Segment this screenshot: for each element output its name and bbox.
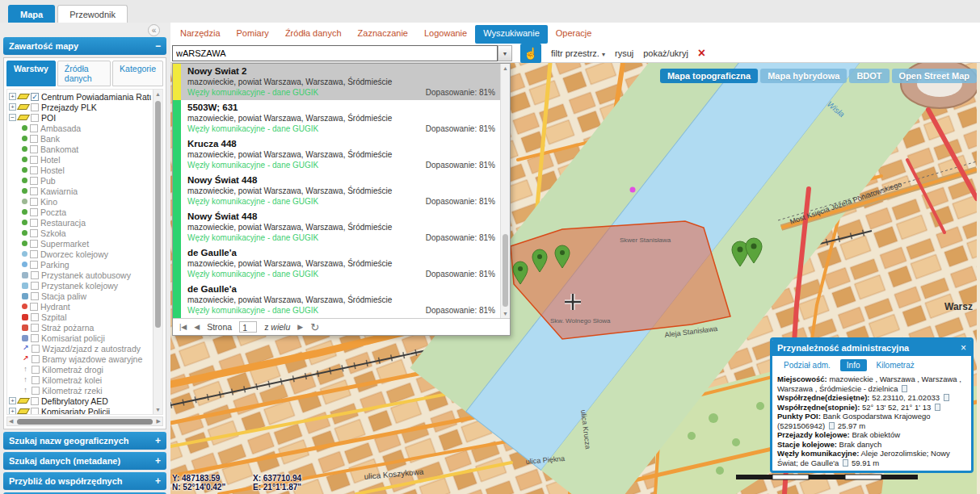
layer-checkbox[interactable] [30,177,38,185]
first-page-icon[interactable]: |◀ [179,323,187,331]
scroll-up-icon[interactable]: ▲ [154,90,162,98]
draw-button[interactable]: rysuj [615,48,633,58]
layer-checkbox[interactable] [30,166,38,174]
layer-checkbox[interactable] [32,376,40,384]
layer-item-szpital[interactable]: Szpital [9,312,151,322]
copy-icon[interactable] [843,459,848,467]
layer-checkbox[interactable] [31,282,39,290]
next-page-icon[interactable]: ▶ [297,323,303,331]
layer-group-centrum-powiadamiania-ratunkow[interactable]: +✓Centrum Powiadamiania Ratunkow [9,91,151,102]
sidebar-tab-warstwy[interactable]: Warstwy [6,61,56,86]
basemap-mapa-hybrydowa[interactable]: Mapa hybrydowa [760,69,847,83]
layer-group-komisariaty-policji[interactable]: +Komisariaty Policji [9,406,151,415]
layer-checkbox[interactable] [30,219,38,227]
search-result-6[interactable]: de Gaulle'amazowieckie, powiat Warszawa,… [173,245,510,282]
layer-item-pub[interactable]: Pub [9,175,151,186]
expand-node-icon[interactable]: + [9,103,16,111]
layer-item-przystanek-kolejowy[interactable]: Przystanek kolejowy [9,280,151,291]
layer-item-restauracja[interactable]: Restauracja [9,217,151,228]
scrollbar-thumb[interactable] [17,419,153,425]
layer-item-kilometraż-rzeki[interactable]: ↑Kilometraż rzeki [9,385,151,396]
basemap-open-street-map[interactable]: Open Street Map [892,69,977,83]
layer-checkbox[interactable] [31,114,39,122]
menu-tab-wyszukiwanie[interactable]: Wyszukiwanie [475,25,548,44]
layer-checkbox[interactable] [30,229,38,237]
layer-checkbox[interactable] [30,240,38,248]
search-result-7[interactable]: de Gaulle'amazowieckie, powiat Warszawa,… [173,282,510,318]
layer-item-wzjazd-zjazd-z-autostrady[interactable]: ↗Wzjazd/zjazd z autostrady [9,343,151,354]
clear-search-icon[interactable]: × [698,48,705,59]
scroll-down-icon[interactable]: ▼ [501,309,510,318]
expand-panel-icon[interactable]: + [155,475,161,487]
search-result-2[interactable]: 5503W; 631mazowieckie, powiat Warszawa, … [173,100,510,136]
menu-tab-logowanie[interactable]: Logowanie [416,25,475,44]
layer-group-poi[interactable]: −POI [9,112,151,123]
info-tab-podział-adm[interactable]: Podział adm. [777,359,837,371]
tree-horizontal-scrollbar[interactable]: ◀ ▶ [6,417,163,426]
info-tab-info[interactable]: Info [840,359,867,371]
layer-checkbox[interactable] [30,156,38,164]
layer-checkbox[interactable] [30,250,38,258]
copy-icon[interactable] [935,404,940,411]
layer-checkbox[interactable] [32,345,40,353]
layer-checkbox[interactable] [30,135,38,143]
search-result-5[interactable]: Nowy Świat 448mazowieckie, powiat Warsza… [173,209,510,245]
layer-checkbox[interactable] [31,103,39,111]
copy-icon[interactable] [829,422,835,429]
sidebar-collapse-button[interactable]: « [3,24,166,37]
layer-checkbox[interactable]: ✓ [31,93,39,101]
menu-tab-operacje[interactable]: Operacje [548,25,600,44]
layer-item-straż-pożarna[interactable]: Straż pożarna [9,322,151,333]
expand-node-icon[interactable]: + [9,397,16,404]
layer-item-przystanek-autobusowy[interactable]: Przystanek autobusowy [9,270,151,280]
expand-node-icon[interactable]: + [9,408,16,415]
layer-item-kawiarnia[interactable]: Kawiarnia [9,186,151,196]
panel-header-zawartosc-mapy[interactable]: Zawartość mapy − [3,37,166,55]
panel-header-przybliż-do-współrzędnych[interactable]: Przybliż do współrzędnych+ [3,472,166,490]
copy-icon[interactable] [902,385,907,392]
basemap-bdot[interactable]: BDOT [849,69,889,83]
collapse-sidebar-icon[interactable]: « [148,24,160,36]
scroll-left-icon[interactable]: ◀ [9,418,13,425]
layer-checkbox[interactable] [30,145,38,153]
map-canvas[interactable]: 300 600 m WisłaMost Księcia Józefa Ponia… [170,63,980,494]
sidebar-tab-źródła-danych[interactable]: Źródła danych [57,61,111,86]
layer-checkbox[interactable] [31,324,39,332]
collapse-node-icon[interactable]: − [9,114,16,121]
layer-item-kilometraż-drogi[interactable]: ↑Kilometraż drogi [9,364,151,375]
search-dropdown-button[interactable]: ▼ [498,45,512,61]
search-result-1[interactable]: Nowy Swiat 2mazowieckie, powiat Warszawa… [173,64,510,100]
copy-icon[interactable] [944,394,949,401]
layer-checkbox[interactable] [31,334,39,342]
layer-item-ambasada[interactable]: Ambasada [9,123,151,133]
search-result-3[interactable]: Krucza 448mazowieckie, powiat Warszawa, … [173,136,510,173]
scrollbar-thumb[interactable] [155,101,161,328]
menu-tab-narzędzia[interactable]: Narzędzia [172,25,229,44]
spatial-filter-button[interactable]: filtr przestrz. ▾ [551,48,605,58]
layer-checkbox[interactable] [32,366,40,374]
show-hide-button[interactable]: pokaż/ukryj [643,48,688,58]
layer-checkbox[interactable] [31,292,39,300]
scroll-up-icon[interactable]: ▲ [501,64,510,73]
layer-checkbox[interactable] [31,271,39,279]
layer-item-parking[interactable]: Parking [9,259,151,270]
panel-header-szukaj-nazw-geograficznych[interactable]: Szukaj nazw geograficznych+ [3,432,166,450]
expand-node-icon[interactable]: + [9,93,16,100]
refresh-icon[interactable]: ↻ [310,321,319,333]
layer-item-hydrant[interactable]: Hydrant [9,301,151,312]
layer-checkbox[interactable] [30,198,38,206]
info-tab-kilometraż[interactable]: Kilometraż [870,359,921,371]
layer-group-przejazdy-plk[interactable]: +Przejazdy PLK [9,102,151,112]
basemap-mapa-topograficzna[interactable]: Mapa topograficzna [660,69,758,83]
menu-tab-pomiary[interactable]: Pomiary [229,25,277,44]
layer-checkbox[interactable] [30,187,38,195]
menu-tab-zaznaczanie[interactable]: Zaznaczanie [350,25,416,44]
layer-item-bramy-wjazdowe-awaryjne[interactable]: ↗Bramy wjazdowe awaryjne [9,354,151,364]
layer-item-hotel[interactable]: Hotel [9,154,151,165]
panel-header-szukaj-danych-metadane[interactable]: Szukaj danych (metadane)+ [3,452,166,470]
collapse-panel-icon[interactable]: − [155,40,161,52]
layer-item-stacja-paliw[interactable]: Stacja paliw [9,291,151,301]
layer-item-supermarket[interactable]: Supermarket [9,238,151,249]
layer-checkbox[interactable] [32,387,40,395]
layer-checkbox[interactable] [31,408,39,416]
